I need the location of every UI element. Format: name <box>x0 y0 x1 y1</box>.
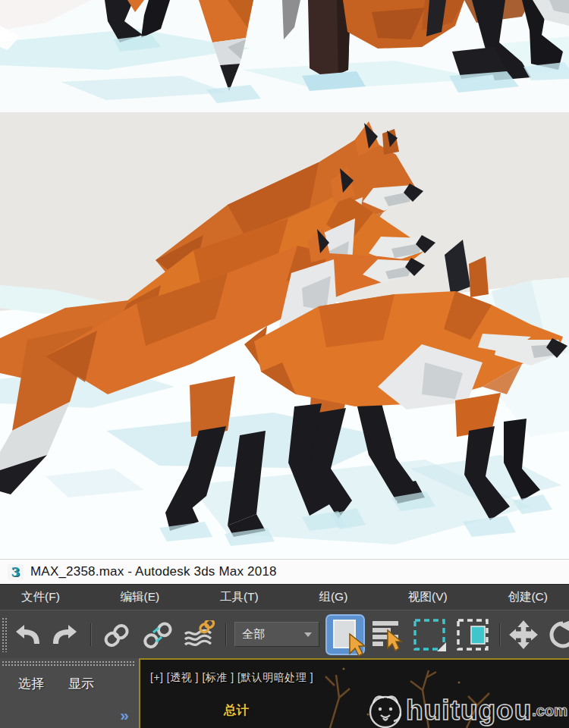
menu-edit[interactable]: 编辑(E) <box>121 589 160 605</box>
unlink-selection-button[interactable] <box>142 621 174 648</box>
unlink-icon <box>142 621 174 648</box>
select-by-name-icon <box>371 618 403 651</box>
chevron-down-icon <box>304 632 312 637</box>
select-object-button[interactable] <box>325 614 365 655</box>
panel-drag-handle[interactable] <box>2 661 136 667</box>
title-bar: 3 MAX_2358.max - Autodesk 3ds Max 2018 <box>0 559 569 584</box>
menu-create[interactable]: 创建(C) <box>508 589 548 605</box>
app-window: 3 MAX_2358.max - Autodesk 3ds Max 2018 文… <box>0 0 569 728</box>
fox-pack-art <box>0 112 569 559</box>
command-panel: 选择 显示 » <box>0 658 139 728</box>
link-icon <box>101 621 133 648</box>
select-object-icon <box>327 616 366 657</box>
selection-filter-dropdown[interactable]: 全部 <box>234 622 319 647</box>
rotate-icon <box>548 620 569 649</box>
undo-button[interactable] <box>13 623 43 647</box>
window-crossing-toggle-button[interactable] <box>455 617 490 652</box>
window-title: MAX_2358.max - Autodesk 3ds Max 2018 <box>30 564 277 579</box>
viewport-label[interactable]: [+] [透视 ] [标准 ] [默认明暗处理 ] <box>150 671 313 685</box>
toolbar-separator <box>225 623 227 646</box>
main-toolbar: 全部 <box>0 610 569 658</box>
toolbar-separator <box>499 623 501 646</box>
rectangular-selection-region-button[interactable] <box>412 617 447 652</box>
panel-overflow-chevron[interactable]: » <box>120 710 129 720</box>
watermark-brand: huitugou <box>406 695 532 726</box>
menu-file[interactable]: 文件(F) <box>21 589 60 605</box>
huitugou-dog-logo-icon <box>365 690 406 728</box>
undo-icon <box>13 623 43 647</box>
watermark: huitugou .com <box>365 690 567 728</box>
window-crossing-icon <box>455 617 490 652</box>
render-preview-strip <box>0 0 569 112</box>
viewport-stats-total: 总计 <box>224 702 249 719</box>
3ds-max-logo-icon: 3 <box>8 564 24 580</box>
watermark-tld: .com <box>532 702 567 720</box>
toolbar-drag-handle[interactable] <box>2 617 8 652</box>
redo-icon <box>49 623 80 647</box>
menu-group[interactable]: 组(G) <box>319 589 347 605</box>
bind-to-space-warp-icon <box>183 620 216 649</box>
redo-button[interactable] <box>49 623 80 647</box>
rectangular-selection-region-icon <box>412 617 447 652</box>
tab-select[interactable]: 选择 <box>18 675 44 692</box>
select-by-name-button[interactable] <box>371 618 403 651</box>
move-icon <box>508 620 539 650</box>
toolbar-separator <box>90 623 92 646</box>
bind-to-space-warp-button[interactable] <box>183 620 216 649</box>
select-and-move-button[interactable] <box>508 620 539 650</box>
perspective-viewport[interactable]: [+] [透视 ] [标准 ] [默认明暗处理 ] 总计 <box>139 658 569 728</box>
select-and-rotate-button[interactable] <box>548 620 569 649</box>
selection-filter-value: 全部 <box>242 627 265 642</box>
render-main-image <box>0 112 569 559</box>
menu-bar: 文件(F) 编辑(E) 工具(T) 组(G) 视图(V) 创建(C) <box>0 584 569 610</box>
menu-views[interactable]: 视图(V) <box>408 589 448 605</box>
fox-closeup-art <box>0 0 569 112</box>
menu-tools[interactable]: 工具(T) <box>220 589 259 605</box>
bottom-region: 选择 显示 » [+] [透视 ] [标准 ] [默认明暗处理 ] 总计 <box>0 658 569 728</box>
tab-display[interactable]: 显示 <box>68 675 94 692</box>
select-and-link-button[interactable] <box>101 621 133 648</box>
